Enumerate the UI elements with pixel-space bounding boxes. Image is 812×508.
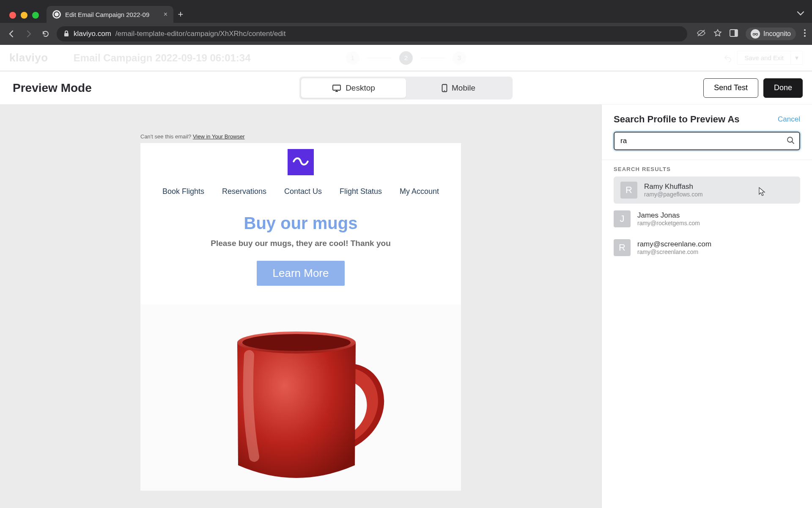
close-tab-icon[interactable]: × (164, 11, 167, 18)
tab-favicon (52, 10, 61, 19)
mobile-toggle-label: Mobile (452, 83, 475, 93)
email-headline: Buy our mugs (140, 214, 461, 233)
app-header: klaviyo Email Campaign 2022-09-19 06:01:… (0, 45, 812, 71)
back-button[interactable] (6, 28, 18, 40)
cursor-icon (758, 187, 766, 197)
brand-logo (288, 149, 314, 175)
panel-icon[interactable] (730, 29, 738, 39)
result-email: ramy@screenlane.com (637, 248, 711, 255)
cancel-link[interactable]: Cancel (778, 115, 800, 124)
email-preview-area: Can't see this email? View in Your Brows… (0, 105, 601, 508)
view-toggle: Desktop Mobile (299, 77, 513, 99)
reload-button[interactable] (40, 28, 52, 40)
email-frame: Can't see this email? View in Your Brows… (140, 130, 461, 508)
url-domain: klaviyo.com (74, 30, 111, 38)
fullscreen-window-icon[interactable] (32, 12, 39, 19)
nav-flight-status[interactable]: Flight Status (340, 187, 382, 196)
modal-title: Preview Mode (13, 81, 92, 95)
nav-contact-us[interactable]: Contact Us (284, 187, 322, 196)
modal-topbar: Preview Mode Desktop Mobile Send Test Do… (0, 72, 812, 105)
svg-point-11 (444, 90, 445, 91)
browser-tab[interactable]: Edit Email Campaign 2022-09 × (47, 6, 173, 23)
search-result-item[interactable]: R ramy@screenlane.com ramy@screenlane.co… (602, 234, 812, 261)
view-in-browser-link[interactable]: View in Your Browser (193, 133, 245, 140)
kebab-menu-icon[interactable] (804, 29, 806, 39)
search-results-label: SEARCH RESULTS (602, 166, 812, 177)
mug-icon (191, 313, 411, 491)
svg-point-13 (242, 334, 351, 351)
preview-modal: Preview Mode Desktop Mobile Send Test Do… (0, 71, 812, 508)
close-window-icon[interactable] (9, 12, 16, 19)
incognito-label: Incognito (763, 30, 791, 38)
done-button[interactable]: Done (763, 78, 803, 98)
minimize-window-icon[interactable] (21, 12, 27, 19)
new-tab-button[interactable]: + (173, 9, 188, 20)
titlebar (0, 0, 812, 6)
tabs-dropdown-icon[interactable] (797, 10, 804, 18)
result-avatar: R (620, 182, 637, 199)
url-field[interactable]: klaviyo.com/email-template-editor/campai… (57, 26, 687, 41)
window-traffic-lights (9, 6, 39, 25)
svg-point-8 (804, 35, 806, 37)
email-subhead: Please buy our mugs, they are cool! Than… (140, 239, 461, 248)
svg-line-15 (792, 142, 794, 144)
email-nav: Book Flights Reservations Contact Us Fli… (140, 179, 461, 205)
profile-search-input[interactable] (614, 133, 799, 149)
mobile-icon (442, 84, 447, 92)
view-in-browser-row: Can't see this email? View in Your Brows… (140, 130, 461, 143)
svg-rect-9 (333, 85, 340, 90)
send-test-button[interactable]: Send Test (703, 78, 758, 98)
browser-tabbar: Edit Email Campaign 2022-09 × + (0, 6, 812, 23)
search-result-item[interactable]: J James Jonas ramy@rocketgems.com (602, 205, 812, 232)
result-name: ramy@screenlane.com (637, 240, 711, 248)
incognito-icon (751, 29, 760, 39)
result-avatar: J (614, 210, 631, 227)
result-email: ramy@pageflows.com (644, 191, 703, 198)
lock-icon (63, 30, 69, 38)
nav-reservations[interactable]: Reservations (222, 187, 266, 196)
svg-point-7 (804, 32, 806, 34)
product-image (140, 304, 461, 491)
browser-address-bar: klaviyo.com/email-template-editor/campai… (0, 23, 812, 45)
svg-rect-0 (64, 33, 69, 36)
nav-my-account[interactable]: My Account (400, 187, 439, 196)
tab-title: Edit Email Campaign 2022-09 (65, 11, 159, 18)
mobile-toggle-button[interactable]: Mobile (406, 78, 511, 98)
svg-rect-3 (735, 30, 738, 36)
search-results-list: R Ramy Khuffash ramy@pageflows.com J Jam… (602, 177, 812, 270)
nav-book-flights[interactable]: Book Flights (162, 187, 204, 196)
desktop-toggle-label: Desktop (346, 83, 375, 93)
star-icon[interactable] (713, 29, 722, 39)
forward-button[interactable] (23, 28, 35, 40)
profile-search-field[interactable] (614, 132, 800, 150)
result-name: James Jonas (637, 211, 700, 220)
search-result-item[interactable]: R Ramy Khuffash ramy@pageflows.com (614, 177, 800, 204)
result-avatar: R (614, 239, 631, 256)
svg-line-1 (698, 30, 705, 36)
result-name: Ramy Khuffash (644, 182, 703, 191)
panel-title: Search Profile to Preview As (614, 114, 740, 125)
url-path: /email-template-editor/campaign/XhXRhc/c… (115, 30, 286, 38)
email-cta-button[interactable]: Learn More (257, 261, 345, 286)
svg-point-14 (787, 137, 793, 142)
search-profile-panel: Search Profile to Preview As Cancel SEAR… (601, 105, 812, 508)
result-email: ramy@rocketgems.com (637, 220, 700, 226)
desktop-toggle-button[interactable]: Desktop (301, 78, 406, 98)
desktop-icon (332, 84, 341, 92)
browser-actions: Incognito (692, 28, 806, 40)
incognito-badge[interactable]: Incognito (746, 28, 796, 40)
eye-off-icon[interactable] (697, 29, 706, 39)
search-icon[interactable] (787, 136, 794, 146)
svg-point-6 (804, 29, 806, 31)
